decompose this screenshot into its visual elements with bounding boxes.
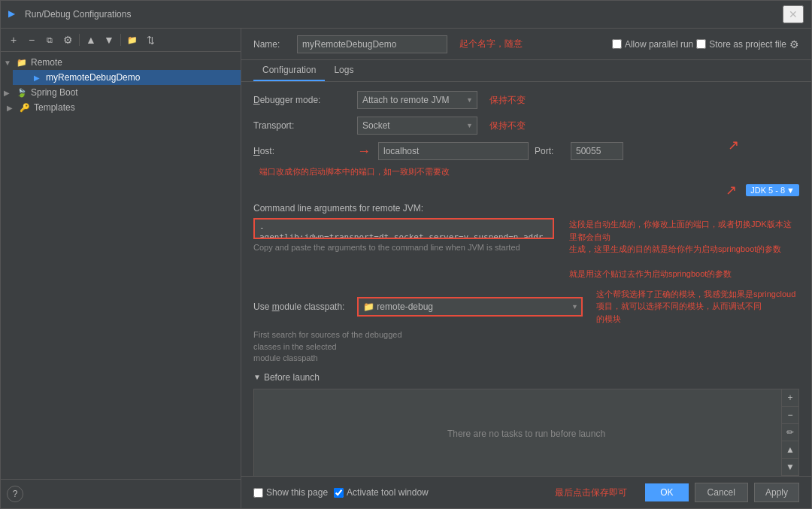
tree-item-remote-debug[interactable]: ▶ myRemoteDebugDemo bbox=[13, 70, 241, 85]
folder-button[interactable]: 📁 bbox=[124, 32, 141, 48]
transport-annotation: 保持不变 bbox=[489, 120, 526, 132]
launch-edit-button[interactable]: ✏ bbox=[782, 424, 798, 441]
remote-group-label: Remote bbox=[31, 57, 62, 68]
host-arrow-icon: → bbox=[357, 144, 371, 159]
cancel-button[interactable]: Cancel bbox=[695, 483, 748, 502]
activate-checkbox[interactable] bbox=[334, 488, 344, 498]
jdk-dropdown-icon: ▼ bbox=[786, 186, 795, 195]
transport-row: Transport: Socket 保持不变 bbox=[253, 117, 799, 135]
module-classpath-section: Use module classpath: 📁 remote-debug 这个帮… bbox=[253, 288, 799, 365]
store-project-label: Store as project file bbox=[709, 39, 786, 50]
host-label: Host: bbox=[253, 146, 351, 156]
jdk-row: ↗ JDK 5 - 8 ▼ bbox=[253, 182, 799, 198]
help-button[interactable]: ? bbox=[7, 486, 23, 502]
move-down-button[interactable]: ▼ bbox=[101, 32, 117, 48]
name-label: Name: bbox=[253, 39, 291, 50]
cmdargs-annotation-line2: 生成，这里生成的目的就是给你作为启动springboot的参数 bbox=[569, 244, 781, 253]
activate-label: Activate tool window bbox=[347, 487, 429, 498]
springboot-icon: 🍃 bbox=[16, 86, 28, 98]
module-select-wrapper: 📁 remote-debug bbox=[357, 297, 583, 317]
store-project-checkbox[interactable] bbox=[696, 39, 706, 49]
launch-remove-button[interactable]: − bbox=[782, 407, 798, 424]
debugger-mode-label: Debugger mode: bbox=[253, 95, 351, 105]
copy-config-button[interactable]: ⧉ bbox=[41, 32, 58, 48]
jdk-label: JDK 5 - 8 bbox=[750, 186, 785, 195]
debugger-mode-select-wrapper: Attach to remote JVM bbox=[357, 91, 477, 109]
footer: Show this page Activate tool window 最后点击… bbox=[241, 476, 811, 508]
close-button[interactable]: ✕ bbox=[783, 5, 804, 23]
add-config-button[interactable]: + bbox=[5, 32, 22, 48]
settings-button[interactable]: ⚙ bbox=[59, 32, 76, 48]
cmdargs-annotation-line3: 就是用这个贴过去作为启动springboot的参数 bbox=[569, 269, 732, 278]
move-up-button[interactable]: ▲ bbox=[83, 32, 99, 48]
tree-group-remote[interactable]: ▼ 📁 Remote bbox=[1, 55, 241, 70]
save-text: 最后点击保存即可 bbox=[555, 486, 627, 499]
debugger-annotation: 保持不变 bbox=[489, 94, 526, 107]
remote-children: ▶ myRemoteDebugDemo bbox=[1, 70, 241, 85]
main-content: + − ⧉ ⚙ ▲ ▼ 📁 ⇅ ▼ 📁 Remote bbox=[1, 29, 811, 508]
section-collapse-icon: ▼ bbox=[253, 373, 261, 381]
toolbar: + − ⧉ ⚙ ▲ ▼ 📁 ⇅ bbox=[1, 29, 241, 52]
remove-config-button[interactable]: − bbox=[23, 32, 40, 48]
transport-select[interactable]: Socket bbox=[357, 117, 477, 135]
show-page-checkbox[interactable] bbox=[253, 488, 263, 498]
templates-label: Templates bbox=[34, 102, 75, 113]
name-row: Name: myRemoteDebugDemo 起个名字，随意 Allow pa… bbox=[241, 29, 811, 60]
ok-button[interactable]: OK bbox=[645, 483, 688, 501]
remote-debug-icon: ▶ bbox=[31, 71, 43, 83]
launch-toolbar: + − ✏ ▲ ▼ bbox=[781, 389, 798, 476]
before-launch-title: Before launch bbox=[264, 372, 320, 383]
templates-icon: 🔑 bbox=[19, 101, 31, 114]
module-label: Use module classpath: bbox=[253, 301, 351, 312]
left-footer: ? bbox=[1, 479, 241, 508]
launch-add-button[interactable]: + bbox=[782, 389, 798, 407]
port-label: Port: bbox=[535, 146, 565, 156]
cmdargs-textarea[interactable]: -agentlib:jdwp=transport=dt_socket,serve… bbox=[253, 218, 554, 239]
store-gear-button[interactable]: ⚙ bbox=[789, 38, 799, 50]
host-port-section: 远程的IP或域名，因为我 监控本机jar包启动的springboot，所以还是l… bbox=[253, 142, 799, 177]
module-hint-line2: module classpath bbox=[253, 353, 318, 362]
jdk-badge[interactable]: JDK 5 - 8 ▼ bbox=[746, 184, 799, 196]
tree-item-templates[interactable]: ▶ 🔑 Templates bbox=[1, 100, 241, 115]
module-annotation: 这个帮我选择了正确的模块，我感觉如果是springcloud项目，就可以选择不同… bbox=[596, 288, 799, 326]
apply-button[interactable]: Apply bbox=[754, 483, 799, 502]
tab-logs[interactable]: Logs bbox=[325, 60, 362, 81]
module-row: Use module classpath: 📁 remote-debug 这个帮… bbox=[253, 288, 799, 326]
launch-down-button[interactable]: ▼ bbox=[782, 459, 798, 476]
expand-remote-icon: ▼ bbox=[4, 59, 16, 67]
tab-configuration[interactable]: Configuration bbox=[253, 60, 325, 81]
module-select[interactable]: 📁 remote-debug bbox=[357, 297, 583, 317]
name-input[interactable]: myRemoteDebugDemo bbox=[297, 35, 447, 53]
cmdargs-annotation: 这段是自动生成的，你修改上面的端口，或者切换JDK版本这里都会自动 生成，这里生… bbox=[569, 218, 799, 280]
port-input[interactable] bbox=[571, 142, 623, 160]
dialog-title: Run/Debug Configurations bbox=[25, 9, 783, 20]
launch-area: There are no tasks to run before launch … bbox=[253, 389, 799, 476]
left-panel: + − ⧉ ⚙ ▲ ▼ 📁 ⇅ ▼ 📁 Remote bbox=[1, 29, 241, 508]
host-port-row: Host: → Port: 端口改成你的启动脚本中的端口，如一致则不需要改 ↗ bbox=[253, 142, 799, 177]
sort-button[interactable]: ⇅ bbox=[142, 32, 159, 48]
config-tree: ▼ 📁 Remote ▶ myRemoteDebugDemo ▶ 🍃 bbox=[1, 52, 241, 479]
module-hint-line1: First search for sources of the debugged… bbox=[253, 330, 402, 350]
launch-empty-text: There are no tasks to run before launch bbox=[447, 429, 605, 439]
cmdargs-label: Command line arguments for remote JVM: bbox=[253, 203, 799, 214]
toolbar-separator-2 bbox=[120, 34, 121, 46]
toolbar-separator bbox=[79, 34, 80, 46]
host-input[interactable] bbox=[378, 142, 529, 160]
debugger-mode-select[interactable]: Attach to remote JVM bbox=[357, 91, 477, 109]
config-content: Debugger mode: Attach to remote JVM 保持不变… bbox=[241, 82, 811, 476]
show-page-group: Show this page bbox=[253, 487, 328, 498]
remote-item-label: myRemoteDebugDemo bbox=[46, 72, 140, 83]
before-launch-header[interactable]: ▼ Before launch bbox=[253, 372, 799, 383]
before-launch-section: ▼ Before launch There are no tasks to ru… bbox=[253, 372, 799, 476]
dialog-icon: ▶ bbox=[8, 8, 20, 20]
cmdargs-left: -agentlib:jdwp=transport=dt_socket,serve… bbox=[253, 218, 554, 256]
tree-group-springboot[interactable]: ▶ 🍃 Spring Boot bbox=[1, 85, 241, 100]
allow-parallel-checkbox[interactable] bbox=[612, 39, 622, 49]
launch-up-button[interactable]: ▲ bbox=[782, 441, 798, 459]
right-panel: Name: myRemoteDebugDemo 起个名字，随意 Allow pa… bbox=[241, 29, 811, 508]
cmdargs-hint: Copy and paste the arguments to the comm… bbox=[253, 242, 539, 253]
port-arrow-icon: ↗ bbox=[728, 136, 739, 155]
titlebar: ▶ Run/Debug Configurations ✕ bbox=[1, 1, 811, 29]
name-annotation: 起个名字，随意 bbox=[459, 38, 523, 50]
show-page-label: Show this page bbox=[266, 487, 328, 498]
